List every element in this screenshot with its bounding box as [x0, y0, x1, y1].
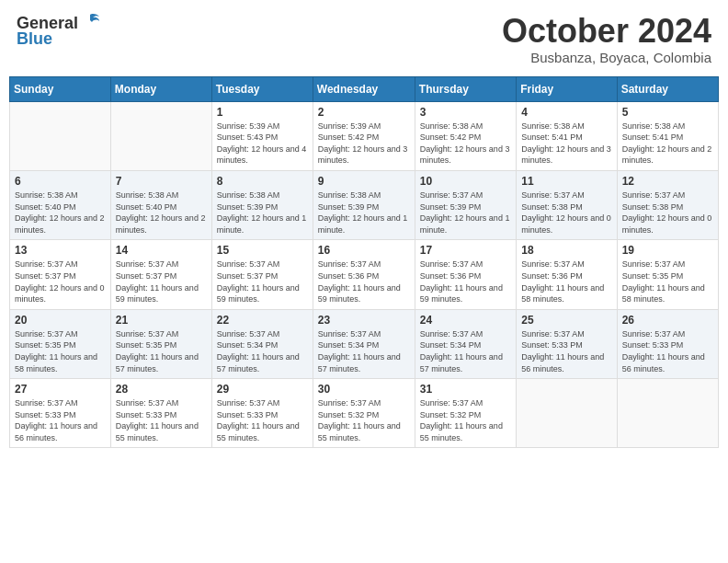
day-info: Sunrise: 5:37 AMSunset: 5:33 PMDaylight:… — [217, 397, 308, 443]
calendar-cell: 18Sunrise: 5:37 AMSunset: 5:36 PMDayligh… — [517, 240, 617, 309]
calendar-cell — [617, 379, 718, 448]
day-number: 8 — [217, 175, 308, 188]
day-number: 5 — [622, 106, 713, 119]
day-info: Sunrise: 5:38 AMSunset: 5:40 PMDaylight:… — [15, 190, 106, 236]
calendar-cell: 26Sunrise: 5:37 AMSunset: 5:33 PMDayligh… — [617, 309, 718, 378]
day-number: 17 — [420, 244, 511, 257]
day-number: 16 — [318, 244, 410, 257]
calendar-cell: 3Sunrise: 5:38 AMSunset: 5:42 PMDaylight… — [415, 101, 516, 170]
day-info: Sunrise: 5:39 AMSunset: 5:42 PMDaylight:… — [318, 121, 410, 167]
calendar-cell: 20Sunrise: 5:37 AMSunset: 5:35 PMDayligh… — [10, 309, 111, 378]
calendar-cell: 23Sunrise: 5:37 AMSunset: 5:34 PMDayligh… — [313, 309, 415, 378]
day-number: 1 — [217, 106, 308, 119]
calendar-cell: 30Sunrise: 5:37 AMSunset: 5:32 PMDayligh… — [313, 379, 415, 448]
day-info: Sunrise: 5:38 AMSunset: 5:41 PMDaylight:… — [521, 121, 611, 167]
day-info: Sunrise: 5:37 AMSunset: 5:32 PMDaylight:… — [318, 397, 410, 443]
calendar-cell: 11Sunrise: 5:37 AMSunset: 5:38 PMDayligh… — [517, 170, 617, 239]
day-number: 10 — [420, 175, 511, 188]
day-info: Sunrise: 5:37 AMSunset: 5:37 PMDaylight:… — [217, 259, 308, 304]
day-info: Sunrise: 5:37 AMSunset: 5:37 PMDaylight:… — [116, 259, 207, 304]
day-number: 19 — [622, 244, 713, 257]
day-info: Sunrise: 5:37 AMSunset: 5:37 PMDaylight:… — [15, 259, 106, 304]
day-number: 22 — [217, 314, 308, 327]
calendar-cell — [517, 379, 617, 448]
day-info: Sunrise: 5:37 AMSunset: 5:36 PMDaylight:… — [420, 259, 511, 304]
weekday-header-row: SundayMondayTuesdayWednesdayThursdayFrid… — [10, 76, 719, 101]
day-number: 21 — [116, 314, 207, 327]
day-info: Sunrise: 5:38 AMSunset: 5:39 PMDaylight:… — [217, 190, 308, 236]
calendar-cell: 22Sunrise: 5:37 AMSunset: 5:34 PMDayligh… — [211, 309, 313, 378]
location-title: Busbanza, Boyaca, Colombia — [502, 50, 711, 65]
calendar-cell: 10Sunrise: 5:37 AMSunset: 5:39 PMDayligh… — [415, 170, 516, 239]
day-info: Sunrise: 5:37 AMSunset: 5:33 PMDaylight:… — [622, 328, 713, 374]
calendar-cell: 17Sunrise: 5:37 AMSunset: 5:36 PMDayligh… — [415, 240, 516, 309]
day-info: Sunrise: 5:37 AMSunset: 5:34 PMDaylight:… — [217, 328, 308, 374]
day-info: Sunrise: 5:37 AMSunset: 5:38 PMDaylight:… — [521, 190, 611, 236]
calendar-cell — [10, 101, 111, 170]
calendar-cell: 21Sunrise: 5:37 AMSunset: 5:35 PMDayligh… — [110, 309, 211, 378]
calendar-table: SundayMondayTuesdayWednesdayThursdayFrid… — [9, 76, 719, 449]
day-number: 12 — [622, 175, 713, 188]
day-number: 3 — [420, 106, 511, 119]
weekday-header-sunday: Sunday — [10, 76, 111, 101]
day-number: 18 — [521, 244, 611, 257]
day-number: 27 — [15, 383, 106, 396]
day-info: Sunrise: 5:37 AMSunset: 5:34 PMDaylight:… — [420, 328, 511, 374]
logo-bird-icon — [79, 13, 101, 33]
day-info: Sunrise: 5:38 AMSunset: 5:41 PMDaylight:… — [622, 121, 713, 167]
calendar-week-row: 27Sunrise: 5:37 AMSunset: 5:33 PMDayligh… — [10, 379, 719, 448]
calendar-cell: 8Sunrise: 5:38 AMSunset: 5:39 PMDaylight… — [211, 170, 313, 239]
calendar-week-row: 6Sunrise: 5:38 AMSunset: 5:40 PMDaylight… — [10, 170, 719, 239]
calendar-cell: 7Sunrise: 5:38 AMSunset: 5:40 PMDaylight… — [110, 170, 211, 239]
month-title: October 2024 — [502, 13, 711, 50]
weekday-header-friday: Friday — [517, 76, 617, 101]
day-info: Sunrise: 5:37 AMSunset: 5:34 PMDaylight:… — [318, 328, 410, 374]
day-number: 6 — [15, 175, 106, 188]
day-number: 28 — [116, 383, 207, 396]
weekday-header-wednesday: Wednesday — [313, 76, 415, 101]
day-number: 23 — [318, 314, 410, 327]
day-number: 13 — [15, 244, 106, 257]
day-info: Sunrise: 5:37 AMSunset: 5:36 PMDaylight:… — [318, 259, 410, 304]
logo-blue: Blue — [17, 29, 52, 49]
day-info: Sunrise: 5:37 AMSunset: 5:33 PMDaylight:… — [15, 397, 106, 443]
calendar-cell: 28Sunrise: 5:37 AMSunset: 5:33 PMDayligh… — [110, 379, 211, 448]
calendar-cell: 27Sunrise: 5:37 AMSunset: 5:33 PMDayligh… — [10, 379, 111, 448]
day-number: 29 — [217, 383, 308, 396]
day-info: Sunrise: 5:37 AMSunset: 5:32 PMDaylight:… — [420, 397, 511, 443]
day-number: 9 — [318, 175, 410, 188]
title-block: October 2024 Busbanza, Boyaca, Colombia — [502, 13, 711, 65]
day-number: 2 — [318, 106, 410, 119]
calendar-cell: 31Sunrise: 5:37 AMSunset: 5:32 PMDayligh… — [415, 379, 516, 448]
calendar-cell: 2Sunrise: 5:39 AMSunset: 5:42 PMDaylight… — [313, 101, 415, 170]
day-number: 30 — [318, 383, 410, 396]
day-info: Sunrise: 5:37 AMSunset: 5:35 PMDaylight:… — [15, 328, 106, 374]
weekday-header-thursday: Thursday — [415, 76, 516, 101]
day-info: Sunrise: 5:38 AMSunset: 5:40 PMDaylight:… — [116, 190, 207, 236]
page-header: General Blue October 2024 Busbanza, Boya… — [9, 9, 719, 69]
weekday-header-tuesday: Tuesday — [211, 76, 313, 101]
day-info: Sunrise: 5:37 AMSunset: 5:39 PMDaylight:… — [420, 190, 511, 236]
day-info: Sunrise: 5:37 AMSunset: 5:36 PMDaylight:… — [521, 259, 611, 304]
calendar-cell: 19Sunrise: 5:37 AMSunset: 5:35 PMDayligh… — [617, 240, 718, 309]
calendar-cell: 24Sunrise: 5:37 AMSunset: 5:34 PMDayligh… — [415, 309, 516, 378]
day-info: Sunrise: 5:37 AMSunset: 5:35 PMDaylight:… — [622, 259, 713, 304]
calendar-week-row: 13Sunrise: 5:37 AMSunset: 5:37 PMDayligh… — [10, 240, 719, 309]
calendar-cell: 29Sunrise: 5:37 AMSunset: 5:33 PMDayligh… — [211, 379, 313, 448]
calendar-cell — [110, 101, 211, 170]
day-info: Sunrise: 5:38 AMSunset: 5:42 PMDaylight:… — [420, 121, 511, 167]
day-number: 24 — [420, 314, 511, 327]
calendar-cell: 13Sunrise: 5:37 AMSunset: 5:37 PMDayligh… — [10, 240, 111, 309]
calendar-cell: 15Sunrise: 5:37 AMSunset: 5:37 PMDayligh… — [211, 240, 313, 309]
day-number: 15 — [217, 244, 308, 257]
day-info: Sunrise: 5:39 AMSunset: 5:43 PMDaylight:… — [217, 121, 308, 167]
day-number: 20 — [15, 314, 106, 327]
calendar-week-row: 20Sunrise: 5:37 AMSunset: 5:35 PMDayligh… — [10, 309, 719, 378]
day-number: 7 — [116, 175, 207, 188]
day-number: 11 — [521, 175, 611, 188]
calendar-cell: 1Sunrise: 5:39 AMSunset: 5:43 PMDaylight… — [211, 101, 313, 170]
calendar-cell: 6Sunrise: 5:38 AMSunset: 5:40 PMDaylight… — [10, 170, 111, 239]
calendar-cell: 12Sunrise: 5:37 AMSunset: 5:38 PMDayligh… — [617, 170, 718, 239]
calendar-cell: 16Sunrise: 5:37 AMSunset: 5:36 PMDayligh… — [313, 240, 415, 309]
calendar-cell: 9Sunrise: 5:38 AMSunset: 5:39 PMDaylight… — [313, 170, 415, 239]
